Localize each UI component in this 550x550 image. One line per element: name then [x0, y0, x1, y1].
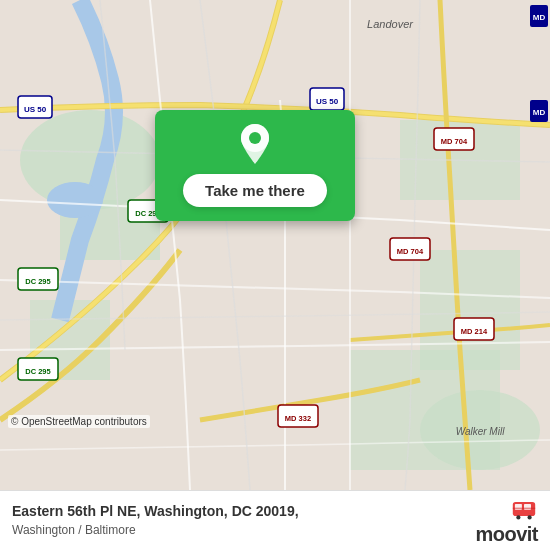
svg-text:MD 704: MD 704 — [397, 247, 424, 256]
moovit-logo: moovit — [475, 495, 538, 546]
svg-text:US 50: US 50 — [316, 97, 339, 106]
bottom-bar: Eastern 56th Pl NE, Washington, DC 20019… — [0, 490, 550, 550]
svg-text:MD: MD — [533, 13, 546, 22]
address-line2: Washington / Baltimore — [12, 522, 463, 539]
svg-text:Landover: Landover — [367, 18, 414, 30]
svg-point-39 — [528, 515, 532, 519]
svg-rect-40 — [513, 508, 535, 509]
location-card: Take me there — [155, 110, 355, 221]
svg-text:DC 295: DC 295 — [25, 277, 50, 286]
svg-text:MD: MD — [533, 108, 546, 117]
moovit-logo-text: moovit — [475, 523, 538, 546]
svg-text:MD 704: MD 704 — [441, 137, 468, 146]
map-container: US 50 US 50 DC 295 DC 295 DC 295 MD 704 … — [0, 0, 550, 490]
svg-text:MD 332: MD 332 — [285, 414, 311, 423]
svg-text:US 50: US 50 — [24, 105, 47, 114]
location-pin-icon — [237, 122, 273, 166]
address-block: Eastern 56th Pl NE, Washington, DC 20019… — [12, 502, 463, 538]
map-attribution: © OpenStreetMap contributors — [8, 415, 150, 428]
moovit-icon — [510, 495, 538, 523]
svg-text:Walker Mill: Walker Mill — [456, 426, 505, 437]
svg-point-8 — [47, 182, 103, 218]
svg-text:DC 295: DC 295 — [25, 367, 50, 376]
svg-point-38 — [516, 515, 520, 519]
take-me-there-button[interactable]: Take me there — [183, 174, 327, 207]
address-line1: Eastern 56th Pl NE, Washington, DC 20019… — [12, 502, 463, 522]
svg-point-34 — [249, 132, 261, 144]
svg-text:MD 214: MD 214 — [461, 327, 488, 336]
